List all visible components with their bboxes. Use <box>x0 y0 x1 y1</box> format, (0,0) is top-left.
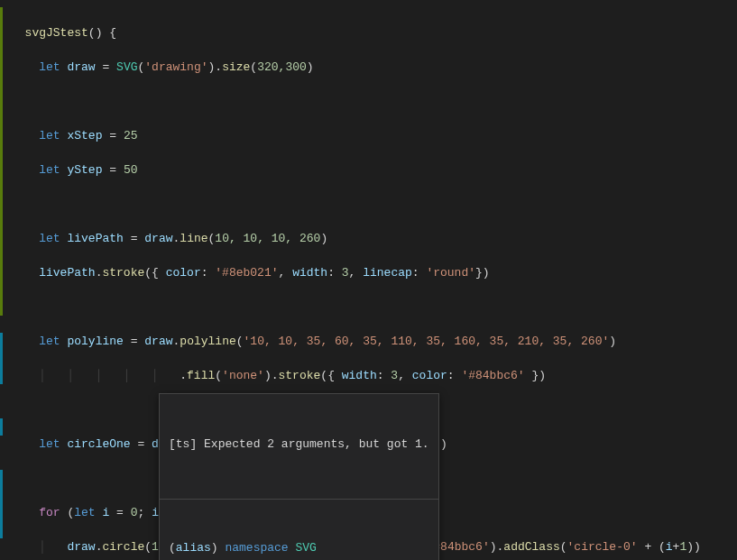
gutter-modified-blue-3 <box>0 470 3 538</box>
var-ystep: yStep <box>67 163 102 177</box>
str-none: 'none' <box>222 369 264 382</box>
fn-polyline: polyline <box>180 335 235 348</box>
kw-let: let <box>39 163 60 177</box>
hover-ts-prefix: [ts] <box>169 437 197 451</box>
size-args: 320,300 <box>257 60 307 74</box>
ref-draw: draw <box>144 335 172 348</box>
code-editor: svgJStest() { let draw = SVG('drawing').… <box>0 0 737 560</box>
code-content[interactable]: svgJStest() { let draw = SVG('drawing').… <box>4 0 737 560</box>
hover-namespace: namespace <box>225 541 288 555</box>
hover-error-line: [ts] Expected 2 arguments, but got 1. <box>169 436 429 454</box>
ref-draw: draw <box>144 232 172 245</box>
str-color2: '#84bbc6' <box>461 369 524 382</box>
val-25: 25 <box>124 129 138 142</box>
hover-error-message: Expected 2 arguments, but got 1. <box>204 437 429 451</box>
gutter-modified-blue-2 <box>0 418 3 436</box>
intellisense-hover[interactable]: [ts] Expected 2 arguments, but got 1. (a… <box>159 393 439 560</box>
fn-addclass: addClass <box>503 540 559 554</box>
hover-svg: SVG <box>295 541 316 555</box>
ref-i: i <box>152 506 159 519</box>
kw-let: let <box>39 60 60 74</box>
kw-let: let <box>74 506 95 519</box>
var-draw: draw <box>67 60 95 74</box>
prop-color: color <box>412 369 447 382</box>
gutter-modified-blue-1 <box>0 333 3 384</box>
var-circleone: circleOne <box>67 437 130 451</box>
str-color1: '#8eb021' <box>215 266 278 280</box>
var-i: i <box>102 506 109 519</box>
val-3: 3 <box>342 266 349 280</box>
val-3: 3 <box>391 369 398 382</box>
str-circle0: 'circle-0' <box>567 540 638 554</box>
kw-let: let <box>39 129 60 142</box>
svg-ctor: SVG <box>116 60 137 74</box>
hover-alias-ns: (alias) namespace SVG <box>169 539 429 557</box>
fn-fill: fill <box>187 369 215 382</box>
prop-color: color <box>166 266 201 280</box>
kw-let: let <box>39 232 60 245</box>
ref-livepath: livePath <box>39 266 95 280</box>
var-polyline: polyline <box>67 335 123 348</box>
str-polyline: '10, 10, 35, 60, 35, 110, 35, 160, 35, 2… <box>244 335 610 348</box>
var-xstep: xStep <box>67 129 102 142</box>
val-50: 50 <box>124 163 138 177</box>
fn-size: size <box>222 60 250 74</box>
fn-stroke: stroke <box>102 266 144 280</box>
ref-i: i <box>666 540 673 554</box>
str-drawing: 'drawing' <box>144 60 207 74</box>
fn-line: line <box>180 232 207 245</box>
gutter-modified-green <box>0 7 3 316</box>
kw-for: for <box>39 506 60 519</box>
ref-draw: draw <box>67 540 95 554</box>
prop-width: width <box>292 266 327 280</box>
fn-circle: circle <box>102 540 144 554</box>
line-args: 10, 10, 10, 260 <box>215 232 320 245</box>
kw-let: let <box>39 335 60 348</box>
prop-linecap: linecap <box>363 266 412 280</box>
hover-alias: alias <box>176 541 211 555</box>
var-livepath: livePath <box>67 232 123 245</box>
prop-width: width <box>342 369 377 382</box>
hover-divider <box>160 499 438 500</box>
fn-stroke: stroke <box>279 369 321 382</box>
function-name: svgJStest <box>25 26 88 40</box>
str-round: 'round' <box>426 266 475 280</box>
kw-let: let <box>39 437 60 451</box>
val-0: 0 <box>131 506 138 519</box>
